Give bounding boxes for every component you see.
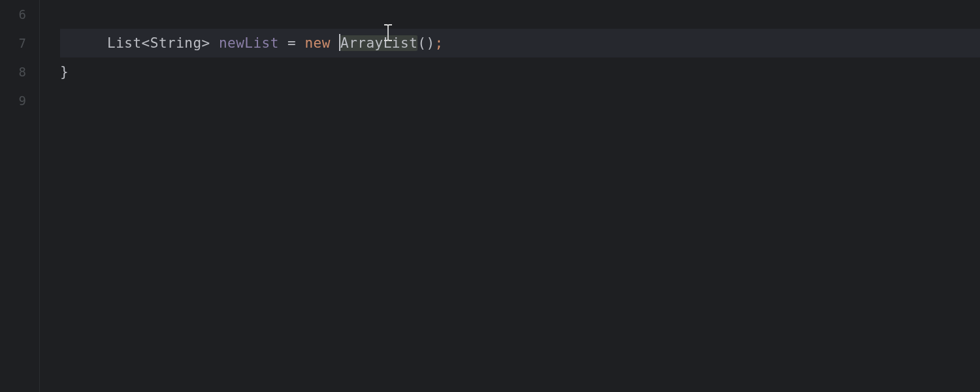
token-type: List [107,35,142,51]
text-caret [339,34,340,51]
editor-container: 6 7 8 9 List<String> newList = new Array… [0,0,980,392]
token-generic-type: String [150,35,202,51]
code-line-8[interactable]: } [60,57,980,86]
line-number-gutter: 6 7 8 9 [0,0,39,392]
line-number: 6 [0,0,39,29]
gutter-divider [39,0,60,392]
line-number: 9 [0,86,39,115]
code-editor[interactable]: List<String> newList = new ArrayList(); … [60,0,980,392]
token-parens: () [417,35,434,51]
token-generic-open: < [142,35,150,51]
token-keyword-new: new [304,35,330,51]
token-assign: = [287,35,296,51]
code-line-6[interactable] [60,0,980,29]
token-variable: newList [219,35,279,51]
line-number: 7 [0,29,39,57]
token-classname: ArrayList [340,35,417,51]
token-generic-close: > [202,35,210,51]
code-line-7[interactable]: List<String> newList = new ArrayList(); [60,29,980,57]
line-number: 8 [0,57,39,86]
code-line-9[interactable] [60,86,980,115]
token-semicolon: ; [435,35,444,51]
token-close-brace: } [60,64,69,80]
